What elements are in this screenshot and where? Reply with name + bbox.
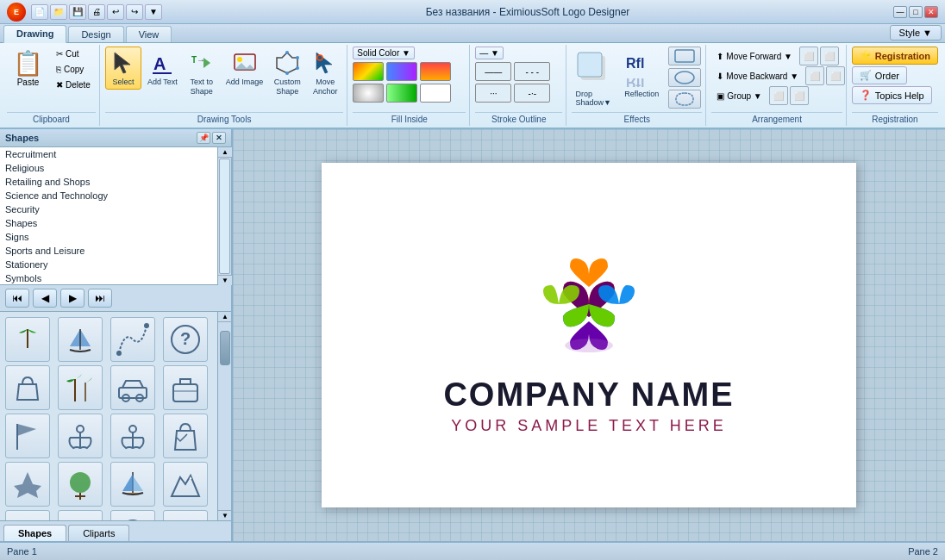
list-item[interactable]: Sports and Leisure — [0, 244, 217, 258]
grid-scroll-up[interactable]: ▲ — [218, 312, 231, 322]
stroke-solid[interactable]: —— — [475, 62, 511, 81]
order-button[interactable]: 🛒 Order — [852, 66, 907, 84]
list-scrollbar[interactable]: ▲ ▼ — [217, 147, 231, 285]
arr-btn-5[interactable]: ⬜ — [769, 86, 788, 105]
shape-dotted-path[interactable] — [110, 317, 155, 362]
copy-button[interactable]: ⎘ Copy — [51, 62, 96, 77]
qa-redo[interactable]: ↪ — [126, 4, 143, 20]
qa-open[interactable]: 📁 — [50, 4, 67, 20]
list-item[interactable]: Symbols — [0, 271, 217, 285]
shape-airplane[interactable] — [5, 462, 50, 507]
qa-undo[interactable]: ↩ — [107, 4, 124, 20]
list-item[interactable]: Security — [0, 202, 217, 216]
move-anchor-button[interactable]: MoveAnchor — [307, 47, 343, 99]
list-item[interactable]: Religious — [0, 161, 217, 175]
move-backward-button[interactable]: ⬇ Move Forward ▼ Move Backward ▼ — [711, 69, 804, 84]
shape-vehicle[interactable] — [110, 365, 155, 410]
drop-shadow-label[interactable]: DropShadow▼ — [576, 90, 611, 107]
effect-shape-btn-1[interactable] — [668, 47, 701, 65]
tab-drawing[interactable]: Drawing — [3, 25, 66, 43]
media-last-button[interactable]: ⏭ — [88, 289, 112, 308]
move-forward-button[interactable]: ⬆ Move Forward ▼ — [711, 49, 798, 64]
tab-view[interactable]: View — [126, 26, 172, 42]
shape-anchor-2[interactable] — [110, 414, 155, 458]
media-first-button[interactable]: ⏮ — [5, 289, 29, 308]
arr-btn-1[interactable]: ⬜ — [799, 47, 818, 65]
arr-btn-6[interactable]: ⬜ — [790, 86, 809, 105]
shape-suitcase[interactable] — [163, 365, 208, 410]
svg-marker-0 — [115, 53, 130, 73]
media-play-button[interactable]: ▶ — [60, 289, 84, 308]
list-item[interactable]: Science and Technology — [0, 189, 217, 202]
maximize-button[interactable]: □ — [909, 6, 923, 18]
panel-close-button[interactable]: ✕ — [212, 132, 226, 144]
delete-button[interactable]: ✖ Delete — [51, 78, 96, 92]
list-item[interactable]: Shapes — [0, 216, 217, 230]
arr-btn-3[interactable]: ⬜ — [805, 66, 824, 85]
tab-design[interactable]: Design — [68, 26, 123, 42]
text-to-shape-button[interactable]: T → Text toShape — [184, 47, 220, 99]
shape-question[interactable]: ? — [163, 317, 208, 362]
shape-bag-open[interactable] — [163, 414, 208, 458]
qa-save[interactable]: 💾 — [69, 4, 86, 20]
list-item[interactable]: Retailing and Shops — [0, 175, 217, 189]
shape-backpack[interactable] — [58, 510, 103, 520]
media-prev-button[interactable]: ◀ — [33, 289, 57, 308]
tab-shapes[interactable]: Shapes — [3, 525, 66, 541]
qa-dropdown[interactable]: ▼ — [145, 4, 162, 20]
fill-gradient-2[interactable] — [386, 62, 417, 81]
shape-sailboat[interactable] — [58, 317, 103, 362]
registration-button[interactable]: ⭐ Registration — [852, 47, 938, 65]
shape-compass[interactable] — [110, 510, 155, 520]
qa-new[interactable]: 📄 — [31, 4, 48, 20]
effect-shape-btn-2[interactable] — [668, 68, 701, 87]
shapes-list[interactable]: Recruitment Religious Retailing and Shop… — [0, 147, 217, 285]
qa-print[interactable]: 🖨 — [88, 4, 105, 20]
stroke-line-button[interactable]: — ▼ — [475, 47, 504, 59]
shape-mountain[interactable] — [163, 462, 208, 507]
stroke-mixed[interactable]: -·- — [514, 84, 550, 103]
shape-palm-trees[interactable] — [58, 365, 103, 410]
shape-anchor[interactable] — [58, 414, 103, 458]
stroke-dashed[interactable]: - - - — [514, 62, 550, 81]
cut-button[interactable]: ✂ Cut — [51, 47, 96, 61]
fill-gradient-3[interactable] — [420, 62, 451, 81]
tab-cliparts[interactable]: Cliparts — [68, 525, 129, 541]
add-text-button[interactable]: A Add Text — [143, 47, 182, 90]
fill-gradient-1[interactable] — [353, 62, 384, 81]
paste-button[interactable]: 📋 Paste — [7, 47, 49, 90]
fill-linear-2[interactable] — [386, 84, 417, 103]
solid-color-button[interactable]: Solid Color ▼ — [353, 47, 415, 59]
list-item[interactable]: Signs — [0, 230, 217, 244]
shape-nature[interactable] — [58, 462, 103, 507]
panel-pin-button[interactable]: 📌 — [197, 132, 210, 144]
minimize-button[interactable]: — — [893, 6, 907, 18]
arr-btn-2[interactable]: ⬜ — [820, 47, 839, 65]
reflection-label[interactable]: Reflection — [624, 90, 659, 98]
scroll-down-arrow[interactable]: ▼ — [218, 275, 232, 285]
select-button[interactable]: Select — [105, 47, 141, 90]
shape-camping[interactable] — [5, 510, 50, 520]
arr-btn-4[interactable]: ⬜ — [826, 66, 845, 85]
shape-tree-2[interactable] — [163, 510, 208, 520]
fill-radial-1[interactable] — [353, 84, 384, 103]
add-image-button[interactable]: Add Image — [222, 47, 268, 90]
scroll-up-arrow[interactable]: ▲ — [218, 147, 232, 158]
shape-handbag[interactable] — [5, 365, 50, 410]
shape-sailboat-2[interactable] — [110, 462, 155, 507]
style-button[interactable]: Style ▼ — [890, 25, 942, 40]
help-button[interactable]: ❓ Topics Help — [852, 86, 932, 104]
grid-scrollbar[interactable]: ▲ ▼ — [217, 312, 231, 520]
custom-shape-button[interactable]: CustomShape — [269, 47, 305, 99]
effect-shape-btn-3[interactable] — [668, 90, 701, 109]
canvas-area[interactable]: COMPANY NAME YOUR SAMPLE TEXT HERE — [233, 129, 945, 541]
stroke-dotted[interactable]: ··· — [475, 84, 511, 103]
group-button[interactable]: ▣ Group ▼ — [711, 89, 767, 103]
shape-flag[interactable] — [5, 414, 50, 458]
list-item[interactable]: Recruitment — [0, 147, 217, 161]
grid-scroll-down[interactable]: ▼ — [218, 510, 231, 520]
list-item[interactable]: Stationery — [0, 258, 217, 271]
fill-solid-white[interactable] — [420, 84, 451, 103]
shape-island[interactable] — [5, 317, 50, 362]
close-button[interactable]: ✕ — [924, 6, 938, 18]
